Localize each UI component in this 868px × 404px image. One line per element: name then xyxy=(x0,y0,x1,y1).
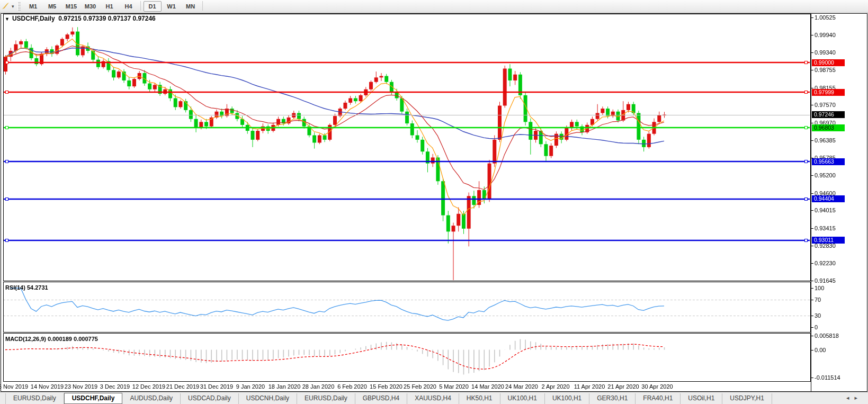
timeframe-button-h4[interactable]: H4 xyxy=(120,1,138,12)
chart-tab-eurusd-daily[interactable]: EURUSD,Daily xyxy=(297,393,355,404)
toolbar-separator xyxy=(202,1,203,11)
chart-tab-hk50-h1[interactable]: HK50,H1 xyxy=(459,393,500,404)
chart-tab-ger30-h1[interactable]: GER30,H1 xyxy=(589,393,636,404)
chart-tab-audusd-daily[interactable]: AUDUSD,Daily xyxy=(122,393,181,404)
price-line-badge: 0.99000 xyxy=(812,59,845,66)
date-axis-label: 3 Dec 2019 xyxy=(100,383,130,390)
chart-tab-gbpusd-h4[interactable]: GBPUSD,H4 xyxy=(355,393,407,404)
rsi-axis-label: 70 xyxy=(815,297,821,303)
rsi-axis-label: 30 xyxy=(815,312,821,319)
date-axis-label: 2 Apr 2020 xyxy=(541,383,569,390)
price-axis-label: 1.00525 xyxy=(815,14,836,21)
date-axis-label: 24 Mar 2020 xyxy=(505,383,538,390)
date-axis-label: 23 Nov 2019 xyxy=(65,383,97,390)
price-line-badge: 0.93011 xyxy=(812,237,845,244)
date-axis-label: 5 Nov 2019 xyxy=(0,383,28,390)
timeframe-button-w1[interactable]: W1 xyxy=(163,1,181,12)
date-axis-label: 18 Jan 2020 xyxy=(269,383,301,390)
chart-tab-usdjpy-h1[interactable]: USDJPY,H1 xyxy=(722,393,772,404)
chart-tab-fra40-h1[interactable]: FRA40,H1 xyxy=(636,393,681,404)
date-axis-label: 21 Dec 2019 xyxy=(166,383,199,390)
price-line-badge: 0.95663 xyxy=(812,158,845,165)
toolbar-grip[interactable] xyxy=(17,2,21,11)
chart-tab-uk100-h1[interactable]: UK100,H1 xyxy=(500,393,545,404)
date-axis-label: 21 Apr 2020 xyxy=(607,383,639,390)
timeframe-button-h1[interactable]: H1 xyxy=(101,1,119,12)
timeframe-button-d1[interactable]: D1 xyxy=(144,1,162,12)
chart-ohlc-values: 0.97215 0.97339 0.97137 0.97246 xyxy=(58,15,156,22)
macd-axis-label: 0.00 xyxy=(815,347,826,353)
price-axis-label: 0.93415 xyxy=(815,225,836,231)
date-axis-label: 14 Mar 2020 xyxy=(471,383,504,390)
date-axis-label: 28 Jan 2020 xyxy=(302,383,335,390)
price-line-badge: 0.97999 xyxy=(812,89,845,96)
price-axis-label: 0.98755 xyxy=(815,67,836,73)
price-line-badge: 0.94404 xyxy=(812,195,845,202)
date-axis-label: 11 Apr 2020 xyxy=(574,383,605,390)
price-axis-label: 0.97570 xyxy=(815,102,836,108)
timeframe-button-m15[interactable]: M15 xyxy=(62,1,80,12)
chart-tab-eurusd-daily[interactable]: EURUSD,Daily xyxy=(5,393,64,404)
timeframe-button-m5[interactable]: M5 xyxy=(43,1,61,12)
chart-menu-caret-icon[interactable]: ▼ xyxy=(5,16,10,22)
price-axis-label: 0.95200 xyxy=(815,172,836,178)
date-axis-label: 6 Feb 2020 xyxy=(337,383,367,390)
macd-indicator-label: MACD(12,26,9) 0.000189 0.000775 xyxy=(5,336,98,342)
timeframe-button-m30[interactable]: M30 xyxy=(82,1,100,12)
macd-axis-label: -0.011514 xyxy=(815,374,840,381)
price-axis-label: 0.92230 xyxy=(815,260,836,266)
drawing-tool-icon[interactable] xyxy=(2,2,11,11)
rsi-indicator-label: RSI(14) 54.2731 xyxy=(5,284,48,291)
date-axis-label: 31 Dec 2019 xyxy=(200,383,233,390)
timeframe-button-mn[interactable]: MN xyxy=(182,1,200,12)
price-axis-label: 0.94015 xyxy=(815,207,836,213)
tab-scroll-right-icon[interactable]: ▸ xyxy=(854,394,863,401)
rsi-axis-label: 0 xyxy=(815,324,818,330)
chart-tab-usoil-h1[interactable]: USOil,H1 xyxy=(681,393,722,404)
price-axis-label: 0.99340 xyxy=(815,49,836,56)
tab-scroll-left-icon[interactable]: ◂ xyxy=(846,394,855,401)
date-axis-label: 15 Feb 2020 xyxy=(370,383,402,390)
current-price-badge: 0.97246 xyxy=(812,111,845,118)
price-axis-label: 0.91645 xyxy=(815,277,836,284)
timeframe-button-m1[interactable]: M1 xyxy=(24,1,42,12)
chart-tab-xauusd-h4[interactable]: XAUUSD,H4 xyxy=(407,393,459,404)
date-axis-label: 30 Apr 2020 xyxy=(641,383,673,390)
price-axis-label: 0.96385 xyxy=(815,137,836,143)
date-axis-label: 25 Feb 2020 xyxy=(404,383,436,390)
date-axis-label: 9 Jan 2020 xyxy=(236,383,265,390)
date-axis-label: 14 Nov 2019 xyxy=(31,383,64,390)
date-axis-label: 12 Dec 2019 xyxy=(132,383,165,390)
price-chart-canvas[interactable] xyxy=(0,0,868,404)
price-line-badge: 0.96803 xyxy=(812,124,845,131)
chart-tab-usdchf-daily[interactable]: USDCHF,Daily xyxy=(64,393,123,404)
date-axis-label: 5 Mar 2020 xyxy=(439,383,469,390)
chart-tab-usdcnh-daily[interactable]: USDCNH,Daily xyxy=(239,393,297,404)
timeframe-toolbar: ▾ M1M5M15M30H1H4D1W1MN xyxy=(0,0,868,13)
rsi-axis-label: 100 xyxy=(815,285,824,291)
toolbar-dropdown-caret-icon[interactable]: ▾ xyxy=(12,4,14,9)
chart-tab-usdcad-daily[interactable]: USDCAD,Daily xyxy=(181,393,239,404)
chart-title: ▼USDCHF,Daily 0.97215 0.97339 0.97137 0.… xyxy=(5,15,156,22)
price-axis-label: 0.99940 xyxy=(815,32,836,38)
chart-symbol-label: USDCHF,Daily xyxy=(12,15,55,22)
chart-tab-bar: EURUSD,DailyUSDCHF,DailyAUDUSD,DailyUSDC… xyxy=(0,392,868,404)
macd-axis-label: 0.005818 xyxy=(815,333,839,339)
toolbar-separator xyxy=(140,1,141,11)
chart-tab-uk100-h1[interactable]: UK100,H1 xyxy=(545,393,589,404)
